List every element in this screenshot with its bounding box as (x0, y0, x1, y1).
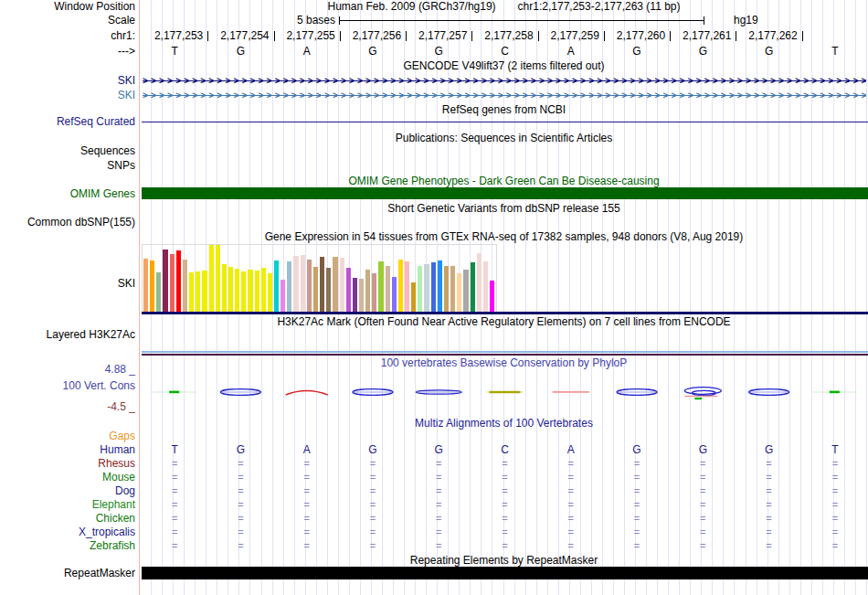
multiz-species-label-human: Human (0, 444, 135, 456)
gtex-bar (444, 266, 449, 312)
multiz-species-label-rhesus: Rhesus (0, 458, 135, 470)
multiz-alignment-mark: = (630, 458, 644, 470)
gtex-bar (163, 250, 167, 312)
multiz-alignment-mark: = (498, 513, 513, 525)
gtex-bar (202, 271, 206, 312)
gtex-baseline (142, 312, 868, 314)
multiz-alignment-mark: = (828, 526, 842, 538)
position-title: chr1:2,177,253-2,177,263 (11 bp) (518, 0, 681, 13)
omim-genes-label: OMIM Genes (0, 188, 135, 200)
gencode-gene-ski[interactable]: >>>>>>>>>>>>>>>>>>>>>>>>>>>>>>>>>>>>>>>>… (143, 75, 866, 87)
ruler-position-label: 2,177,254 (207, 30, 269, 42)
chrom-label: chr1: (0, 30, 135, 42)
h3k27ac-title: H3K27Ac Mark (Often Found Near Active Re… (142, 316, 866, 328)
phylop-mark-shape (286, 391, 328, 396)
multiz-alignment-mark: = (762, 458, 777, 470)
multiz-alignment-mark: = (498, 526, 513, 538)
gtex-bar (378, 261, 383, 312)
multiz-alignment-mark: = (564, 472, 578, 483)
multiz-alignment-mark: = (828, 458, 842, 470)
sequence-base: G (756, 46, 783, 58)
multiz-alignment-mark: = (365, 485, 380, 497)
multiz-alignment-mark: = (233, 540, 248, 552)
phylop-mark-shape (490, 391, 521, 393)
refseq-curated-label[interactable]: RefSeq Curated (0, 116, 135, 128)
gtex-bar (450, 266, 455, 312)
gtex-gene-label: SKI (0, 278, 135, 290)
scale-label: Scale (0, 15, 135, 27)
ruler-position-label: 2,177,261 (670, 30, 731, 42)
gtex-bar (248, 270, 252, 312)
multiz-species-label-mouse: Mouse (0, 472, 135, 483)
gtex-bar (457, 273, 461, 312)
multiz-human-base: G (689, 444, 716, 456)
multiz-alignment-mark: = (828, 472, 842, 483)
phylop-conservation-track[interactable] (142, 377, 868, 408)
gene-label-ski-2[interactable]: SKI (0, 90, 135, 101)
scale-bar-right-tick (704, 16, 704, 25)
multiz-human-base: G (756, 444, 783, 456)
multiz-alignment-mark: = (233, 458, 248, 470)
multiz-alignment-mark: = (630, 485, 644, 497)
scale-value: 5 bases (256, 15, 335, 27)
sequence-base: A (293, 46, 321, 58)
gtex-expression-chart[interactable] (142, 245, 868, 312)
multiz-alignment-mark: = (431, 513, 446, 525)
h3k27ac-signal-line[interactable] (142, 351, 868, 353)
gencode-gene-ski[interactable]: >>>>>>>>>>>>>>>>>>>>>>>>>>>>>>>>>>>>>>>>… (143, 90, 866, 101)
multiz-alignment-mark: = (431, 526, 446, 538)
multiz-alignment-mark: = (828, 513, 842, 525)
multiz-alignment-mark: = (365, 526, 380, 538)
gtex-bar (150, 260, 154, 312)
strand-arrows-right-icon: >>>>>>>>>>>>>>>>>>>>>>>>>>>>>>>>>>>>>>>>… (143, 90, 866, 101)
ruler-tick (802, 31, 803, 41)
gtex-bar (359, 279, 364, 312)
gene-label-ski-1[interactable]: SKI (0, 75, 135, 87)
multiz-alignment-mark: = (630, 513, 644, 525)
multiz-species-label-dog: Dog (0, 485, 135, 497)
scale-bar-left-tick (339, 16, 340, 25)
multiz-alignment-mark: = (695, 485, 710, 497)
multiz-alignment-mark: = (564, 513, 578, 525)
phylop-mark-shape (830, 391, 840, 394)
multiz-human-base: C (492, 444, 519, 456)
sequences-track-label: Sequences (0, 145, 135, 157)
sequence-base: G (623, 46, 651, 58)
multiz-alignment-mark: = (630, 472, 644, 483)
gtex-bar (326, 268, 331, 312)
gtex-bar (261, 268, 266, 312)
omim-title: OMIM Gene Phenotypes - Dark Green Can Be… (142, 175, 866, 187)
repeatmasker-bar[interactable] (142, 567, 868, 579)
multiz-alignment-mark: = (167, 526, 182, 538)
gtex-bar (189, 272, 194, 312)
multiz-species-label-chicken: Chicken (0, 513, 135, 525)
refseq-curated-track-line[interactable] (142, 122, 868, 122)
multiz-human-base: A (293, 444, 321, 456)
ucsc-genome-browser: Window Position Human Feb. 2009 (GRCh37/… (0, 0, 868, 595)
gtex-bar (170, 254, 175, 312)
multiz-alignment-mark: = (695, 540, 710, 552)
gtex-bar (176, 250, 181, 312)
multiz-alignment-mark: = (498, 485, 513, 497)
multiz-gaps-label: Gaps (0, 430, 135, 442)
multiz-human-base: T (161, 444, 188, 456)
gtex-bar (365, 270, 370, 312)
omim-gene-bar[interactable] (142, 187, 868, 199)
multiz-alignment-mark: = (498, 472, 513, 483)
multiz-alignment-mark: = (828, 540, 842, 552)
multiz-alignment-mark: = (167, 472, 182, 483)
multiz-alignment-mark: = (498, 499, 513, 511)
window-position-label: Window Position (0, 1, 135, 13)
multiz-human-base: G (623, 444, 651, 456)
phylop-track-label: 100 Vert. Cons (0, 380, 135, 392)
multiz-alignment-mark: = (300, 485, 314, 497)
gtex-bar (483, 261, 488, 312)
assembly-tag: hg19 (734, 15, 758, 27)
gtex-bar (471, 262, 475, 312)
multiz-alignment-mark: = (498, 458, 513, 470)
multiz-alignment-mark: = (564, 526, 578, 538)
h3k27ac-signal-line-2[interactable] (142, 354, 868, 356)
multiz-alignment-mark: = (365, 499, 380, 511)
gtex-bar (398, 260, 403, 312)
ruler-position-label: 2,177,255 (274, 30, 335, 42)
